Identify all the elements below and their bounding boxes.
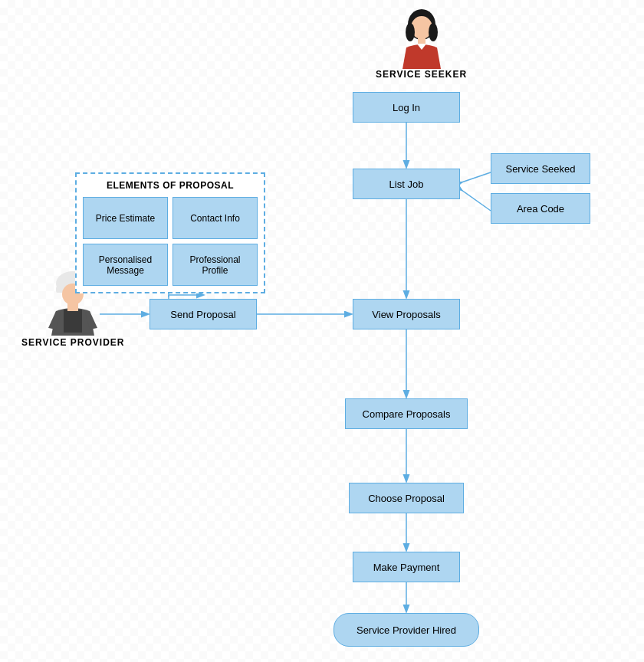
price-estimate-cell: Price Estimate <box>83 197 168 239</box>
service-seeker-label: SERVICE SEEKER <box>376 69 467 80</box>
service-seeker-avatar <box>395 8 449 69</box>
service-seeked-box: Service Seeked <box>491 153 590 184</box>
svg-rect-22 <box>67 303 78 311</box>
login-box: Log In <box>353 92 460 123</box>
area-code-box: Area Code <box>491 193 590 224</box>
svg-line-2 <box>462 172 491 182</box>
proposal-title: ELEMENTS OF PROPOSAL <box>77 180 264 191</box>
svg-rect-21 <box>64 310 82 333</box>
personalised-message-cell: Personalised Message <box>83 244 168 286</box>
professional-profile-cell: Professional Profile <box>172 244 258 286</box>
make-payment-box: Make Payment <box>353 552 460 582</box>
svg-rect-17 <box>418 38 426 44</box>
contact-info-cell: Contact Info <box>172 197 258 239</box>
compare-proposals-box: Compare Proposals <box>345 398 468 429</box>
view-proposals-box: View Proposals <box>353 299 460 329</box>
service-provider-hired-box: Service Provider Hired <box>334 613 479 647</box>
diagram: SERVICE SEEKER SERVICE PROVIDER Log In L… <box>0 0 644 662</box>
service-provider-label: SERVICE PROVIDER <box>21 337 124 348</box>
svg-point-16 <box>429 23 438 41</box>
svg-point-15 <box>406 23 415 41</box>
elements-of-proposal-box: ELEMENTS OF PROPOSAL Price Estimate Cont… <box>75 172 265 293</box>
svg-line-3 <box>462 190 491 211</box>
choose-proposal-box: Choose Proposal <box>349 483 464 513</box>
list-job-box: List Job <box>353 169 460 199</box>
service-seeker-figure: SERVICE SEEKER <box>376 8 467 80</box>
send-proposal-box: Send Proposal <box>150 299 257 329</box>
